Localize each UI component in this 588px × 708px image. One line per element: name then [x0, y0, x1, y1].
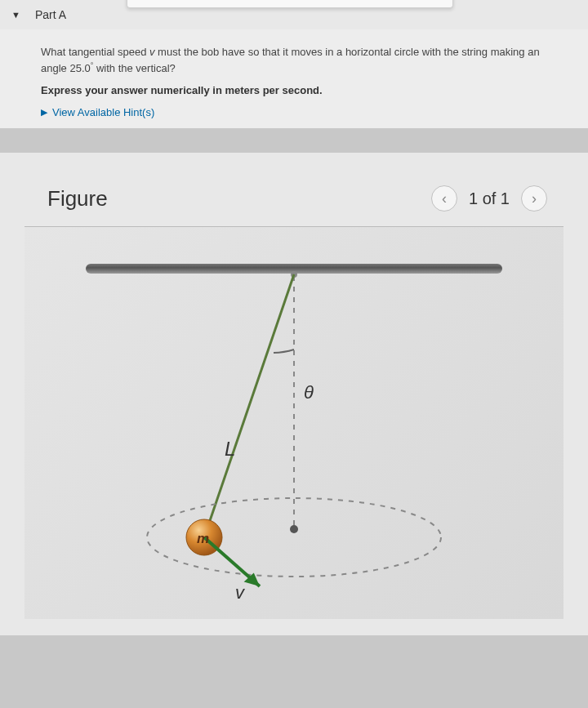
section-gap: [0, 128, 588, 153]
figure-header: Figure ‹ 1 of 1 ›: [24, 185, 564, 227]
center-point: [290, 525, 298, 533]
angle-arc: [274, 350, 294, 353]
pager-text: 1 of 1: [469, 189, 510, 208]
collapsed-toolbar: [127, 0, 453, 8]
velocity-label: v: [235, 582, 246, 603]
part-label: Part A: [35, 8, 66, 21]
figure-diagram: θ L m v: [24, 227, 564, 619]
figure-pager: ‹ 1 of 1 ›: [431, 185, 547, 212]
question-text: What tangential speed v must the bob hav…: [41, 44, 547, 76]
length-label: L: [225, 438, 235, 460]
mass-label: m: [197, 531, 209, 546]
caret-right-icon: ▶: [41, 107, 47, 118]
question-body: What tangential speed v must the bob hav…: [0, 29, 588, 128]
figure-section: Figure ‹ 1 of 1 ›: [0, 153, 588, 635]
chevron-right-icon: ›: [532, 190, 537, 207]
prev-figure-button[interactable]: ‹: [431, 185, 457, 212]
caret-down-icon: ▼: [11, 10, 20, 20]
theta-label: θ: [304, 382, 314, 403]
string-line: [204, 274, 294, 537]
view-hints-button[interactable]: ▶ View Available Hint(s): [41, 106, 547, 118]
hints-label: View Available Hint(s): [52, 106, 154, 118]
next-figure-button[interactable]: ›: [521, 185, 547, 212]
answer-instruction: Express your answer numerically in meter…: [41, 84, 547, 96]
pendulum-diagram: θ L m v: [24, 227, 564, 619]
figure-title: Figure: [47, 186, 108, 212]
chevron-left-icon: ‹: [442, 190, 447, 207]
